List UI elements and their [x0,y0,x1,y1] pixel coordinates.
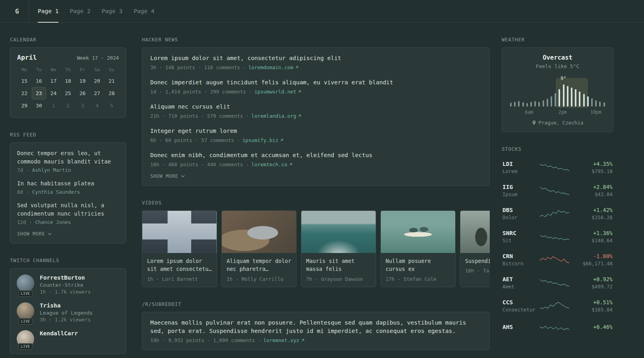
hn-item: Donec enim nibh, condimentum et accumsan… [150,151,481,167]
twitch-avatar-wrap: LIVE [17,302,34,323]
calendar-week-label: Week 17 · 2024 [77,55,119,61]
stock-sparkline [540,278,569,288]
rss-show-more-button[interactable]: SHOW MORE [17,231,52,237]
video-thumbnail [222,211,296,253]
video-thumbnail [460,211,490,253]
tab-page-4[interactable]: Page 4 [134,0,154,22]
tab-page-3[interactable]: Page 3 [102,0,122,22]
stock-change: -1.00% [583,253,613,259]
dow-label: Mo [17,67,32,72]
weather-bar [559,89,560,107]
calendar-day: 16 [32,75,47,87]
reddit-post-stats: 19h · 9,932 points · 1,090 comments · [150,337,261,343]
rss-item: Sed volutpat nulla nisl, a condimentum n… [17,201,119,225]
stock-row[interactable]: AET Amet +0.92% $499.72 [502,271,613,294]
calendar-day: 22 [17,87,32,99]
hn-item-title[interactable]: Lorem ipsum dolor sit amet, consectetur … [150,54,481,62]
hn-item-title[interactable]: Donec imperdiet augue tincidunt felis al… [150,78,481,87]
stock-values: +1.36% $148.64 [592,230,613,243]
hn-item-stats: 16h · 468 points · 440 comments · [150,161,249,167]
rss-item-title[interactable]: Sed volutpat nulla nisl, a condimentum n… [17,201,119,218]
live-badge: LIVE [18,343,32,350]
weather-bar [575,89,576,107]
twitch-channel-info: ForrestBurton Counter-Strike 1h · 1.7k v… [40,274,91,295]
weather-condition: Overcast [508,54,607,61]
tab-page-2[interactable]: Page 2 [70,0,90,22]
hn-show-more-button[interactable]: SHOW MORE [150,173,185,179]
dow-label: We [46,67,61,72]
stock-row[interactable]: AHS +0.46% [502,317,613,337]
hn-item-domain-link[interactable]: loremtech.co [251,161,292,167]
external-link-icon [298,90,301,93]
stock-name: Amet [502,284,537,290]
stock-price: $156.28 [592,214,613,220]
hn-item-title[interactable]: Donec enim nibh, condimentum et accumsan… [150,151,481,160]
avatar [17,302,34,320]
show-more-label: SHOW MORE [17,231,45,237]
stock-change: +0.46% [593,324,613,330]
hn-item-title[interactable]: Integer eget rutrum lorem [150,127,481,135]
twitch-channel[interactable]: LIVE Trisha League of Legends 3h · 1.2k … [17,302,119,323]
stock-values: +0.46% [593,324,613,331]
weather-bar [522,102,524,107]
twitch-channel[interactable]: LIVE ForrestBurton Counter-Strike 1h · 1… [17,274,119,295]
calendar-day-next-month: 5 [104,99,119,112]
calendar-day: 15 [17,75,32,87]
hn-item-domain-link[interactable]: ipsumify.biz [242,137,283,143]
stock-row[interactable]: CCS Consectetur +0.51% $165.84 [502,294,613,317]
hacker-news-widget: HACKER NEWS Lorem ipsum dolor sit amet, … [142,37,490,186]
weather-time-label: 6am [525,109,533,115]
rss-item-author: Ashlyn Martin [32,167,71,173]
weather-bar [530,102,532,107]
video-card[interactable]: Nullam posuere cursus ex 17h · Stefan Co… [380,210,456,287]
rss-item-title[interactable]: In hac habitasse platea [17,179,119,188]
stock-change: +2.84% [593,184,613,190]
calendar-day: 26 [75,87,90,99]
weather-location-label: Prague, Czechia [539,120,584,126]
stock-ticker: AHS [502,324,537,330]
rss-item-meta: 12d · Chance Jones [17,219,119,225]
weather-bar [514,102,516,107]
weather-peak-temp: 9° [561,76,566,81]
video-card[interactable]: Suspendisse diam 18h · Tara [460,210,490,287]
hn-item: Integer eget rutrum lorem 6h · 60 points… [150,127,481,143]
weather-bar [563,84,564,107]
hn-item-stats: 21h · 710 points · 579 comments · [150,113,249,119]
reddit-post-domain-link[interactable]: loremnet.xyz [263,337,304,343]
calendar-day: 24 [46,87,61,99]
video-meta: 17h · Stefan Cole [386,276,450,282]
hn-item-domain-link[interactable]: ipsumworld.net [254,89,301,95]
stock-row[interactable]: LDI Lorem +4.35% $795.18 [502,156,613,179]
hn-item-title[interactable]: Aliquam nec cursus elit [150,103,481,111]
hn-item-domain-link[interactable]: loremlandia.org [251,113,301,119]
app-logo[interactable]: G [15,8,29,15]
reddit-post-domain: loremnet.xyz [263,337,299,343]
stock-info: DBS Dolor [502,207,537,220]
stock-values: -1.00% $66,171.48 [583,253,613,267]
twitch-avatar-wrap: LIVE [17,274,34,295]
stock-row[interactable]: IIG Ipsum +2.84% $42.04 [502,179,613,202]
hn-item-domain-link[interactable]: loremdomain.com [248,64,299,70]
hn-item-stats: 3h · 148 points · 116 comments · [150,64,246,70]
stock-price: $795.18 [592,168,613,174]
stock-info: CCS Consectetur [502,299,537,313]
weather-bar [591,98,593,107]
tab-page-1[interactable]: Page 1 [38,0,58,22]
stock-row[interactable]: SNRC Sit +1.36% $148.64 [502,225,613,248]
calendar-header: April Week 17 · 2024 [17,54,119,61]
show-more-label: SHOW MORE [150,173,178,179]
hn-item-domain: loremdomain.com [248,64,293,70]
stock-price: $499.72 [592,284,613,290]
stock-row[interactable]: DBS Dolor +1.42% $156.28 [502,202,613,225]
video-card[interactable]: Mauris sit amet massa felis 7h · Grayson… [301,210,376,287]
stock-sparkline [540,301,569,311]
reddit-post-title[interactable]: Maecenas mollis pulvinar erat non posuer… [150,319,481,335]
twitch-channel-viewers: 1h · 1.7k viewers [40,289,91,295]
stock-row[interactable]: CRN Bitcorn -1.00% $66,171.48 [502,248,613,271]
twitch-channel-game: Counter-Strike [40,282,91,288]
twitch-channel-viewers: 3h · 1.2k viewers [40,317,93,323]
twitch-channel[interactable]: LIVE KendallCarr [17,330,119,348]
video-card[interactable]: Lorem ipsum dolor sit amet consectetu… 1… [142,210,217,287]
video-card[interactable]: Aliquam tempor dolor nec pharetra… 1h · … [221,210,297,287]
rss-item-title[interactable]: Donec tempor eros leo, ut commodo mauris… [17,149,119,166]
